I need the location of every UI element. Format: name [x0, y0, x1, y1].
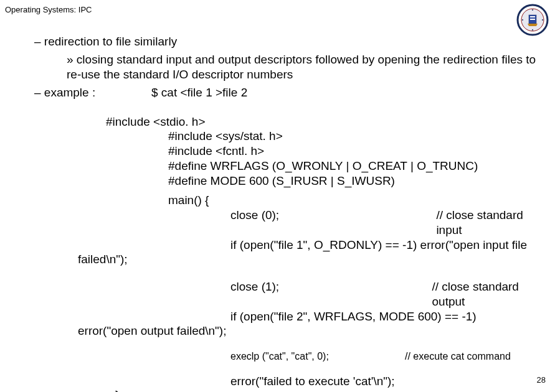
code-exec-comment: // execute cat command: [405, 351, 511, 362]
code-close0-comment: // close standard input: [436, 208, 543, 238]
bullet-redirection: – redirection to file similarly: [34, 35, 543, 49]
code-close1: close (1);: [230, 279, 432, 309]
svg-rect-3: [530, 16, 535, 17]
code-define-wrflags: #define WRFLAGS (O_WRONLY | O_CREAT | O_…: [168, 159, 543, 174]
code-error-output: error("open output failed\n");: [78, 324, 543, 338]
code-open-file1: if (open("file 1", O_RDONLY) == -1) erro…: [230, 238, 527, 253]
svg-point-6: [542, 19, 543, 21]
svg-point-7: [532, 29, 533, 30]
code-failed-continuation: failed\n");: [78, 252, 543, 267]
code-block: #include <stdio. h> #include <sys/stat. …: [106, 114, 543, 253]
example-label: – example :: [34, 86, 151, 100]
example-command: $ cat <file 1 >file 2: [151, 86, 247, 100]
svg-rect-4: [530, 19, 535, 20]
code-include-fcntl: #include <fcntl. h>: [168, 144, 543, 159]
code-execlp: execlp ("cat", "cat", 0);: [230, 351, 405, 362]
university-crest-icon: [516, 4, 549, 36]
sub-bullet-description: » closing standard input and output desc…: [67, 52, 543, 82]
code-close0: close (0);: [230, 208, 436, 238]
code-open-file2: if (open("file 2", WRFLAGS, MODE 600) ==…: [230, 309, 477, 324]
code-close-brace: }: [115, 388, 543, 392]
svg-point-5: [532, 9, 533, 11]
code-close1-comment: // close standard output: [432, 279, 543, 309]
code-include-sysstat: #include <sys/stat. h>: [168, 129, 543, 144]
svg-point-8: [522, 19, 523, 21]
code-main: main() {: [168, 193, 543, 208]
page-number: 28: [537, 375, 546, 385]
code-include-stdio: #include <stdio. h>: [106, 114, 543, 129]
code-define-mode: #define MODE 600 (S_IRUSR | S_IWUSR): [168, 174, 543, 189]
code-block-2: close (1); // close standard output if (…: [106, 279, 543, 324]
header-text: Operating Systems: IPC: [5, 5, 92, 14]
slide-content: – redirection to file similarly » closin…: [34, 35, 543, 392]
code-error-final: error("failed to execute 'cat'\n");: [230, 375, 543, 388]
